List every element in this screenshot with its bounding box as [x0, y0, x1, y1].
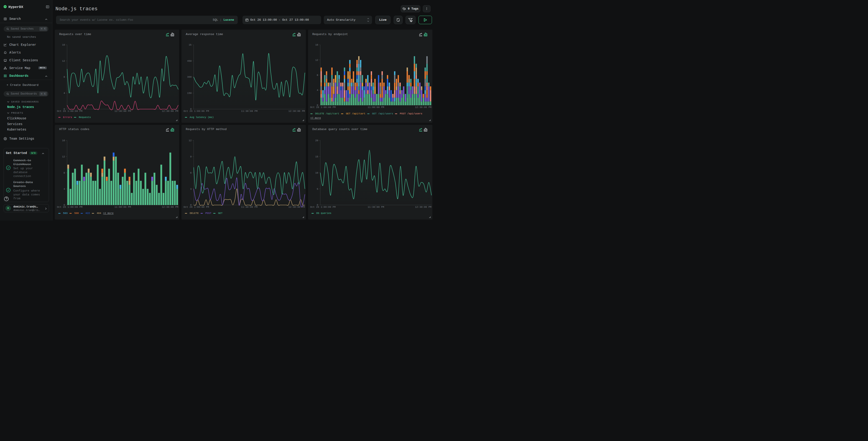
- svg-text:20: 20: [315, 139, 318, 142]
- svg-text:POST: POST: [206, 212, 212, 214]
- svg-text:11:30:00 PM: 11:30:00 PM: [368, 206, 384, 208]
- svg-text:300: 300: [187, 76, 192, 78]
- svg-text:16: 16: [315, 44, 318, 47]
- svg-text:10: 10: [315, 171, 318, 174]
- svg-text:11:00:00 PM: 11:00:00 PM: [115, 206, 131, 208]
- svg-text:Db queries: Db queries: [316, 212, 331, 214]
- svg-text:GET /api/cart: GET /api/cart: [346, 112, 366, 115]
- svg-text:11:30:00 PM: 11:30:00 PM: [241, 206, 258, 208]
- svg-text:16: 16: [62, 44, 65, 47]
- svg-text:1k: 1k: [189, 44, 192, 47]
- svg-text:12:30:00 PM: 12:30:00 PM: [288, 110, 305, 113]
- svg-text:12:30:00 PM: 12:30:00 PM: [162, 110, 179, 113]
- svg-text:404: 404: [97, 212, 101, 214]
- svg-text:9: 9: [190, 155, 192, 158]
- svg-text:DELETE: DELETE: [190, 212, 199, 214]
- svg-text:12:30:00 PM: 12:30:00 PM: [415, 106, 432, 109]
- svg-text:16: 16: [62, 139, 65, 142]
- svg-text:422: 422: [86, 212, 90, 214]
- svg-text:8: 8: [64, 171, 65, 174]
- svg-text:Oct 26 1:00:00 PM: Oct 26 1:00:00 PM: [184, 206, 209, 208]
- svg-text:12: 12: [315, 59, 318, 61]
- svg-text:6: 6: [190, 171, 192, 174]
- svg-text:Oct 26 1:00:00 PM: Oct 26 1:00:00 PM: [57, 206, 83, 208]
- svg-text:12: 12: [62, 155, 65, 158]
- svg-text:11:30:00 PM: 11:30:00 PM: [115, 110, 131, 113]
- svg-text:11:30:00 PM: 11:30:00 PM: [241, 110, 258, 113]
- svg-text:4: 4: [317, 89, 318, 92]
- svg-text:4: 4: [64, 187, 65, 190]
- svg-text:15: 15: [315, 155, 318, 158]
- svg-text:Oct 26 1:00:00 PM: Oct 26 1:00:00 PM: [310, 206, 336, 208]
- svg-text:150: 150: [187, 92, 192, 94]
- svg-text:+2 more: +2 more: [103, 212, 114, 214]
- svg-text:5: 5: [317, 187, 318, 190]
- svg-text:GET /api/users: GET /api/users: [372, 112, 393, 115]
- svg-text:GET: GET: [218, 212, 223, 214]
- svg-text:+7 more: +7 more: [310, 117, 321, 119]
- svg-text:503: 503: [63, 212, 68, 214]
- svg-text:DELETE /api/cart: DELETE /api/cart: [315, 112, 339, 115]
- svg-text:Avg latency (ms): Avg latency (ms): [190, 116, 214, 119]
- svg-text:8: 8: [317, 74, 318, 77]
- svg-text:Requests: Requests: [79, 116, 91, 119]
- svg-text:4: 4: [64, 92, 65, 94]
- svg-text:POST /api/users: POST /api/users: [400, 112, 423, 115]
- svg-text:Oct 26 1:00:00 PM: Oct 26 1:00:00 PM: [310, 106, 336, 109]
- svg-text:3: 3: [190, 187, 192, 190]
- svg-text:12: 12: [189, 139, 192, 142]
- svg-text:11:00:00 PM: 11:00:00 PM: [368, 106, 384, 109]
- svg-text:500: 500: [74, 212, 79, 214]
- svg-text:Errors: Errors: [63, 116, 72, 119]
- svg-text:Oct 26 1:00:00 PM: Oct 26 1:00:00 PM: [57, 110, 83, 113]
- svg-text:12:30:00 PM: 12:30:00 PM: [162, 206, 179, 208]
- svg-text:12: 12: [62, 60, 65, 62]
- svg-text:450: 450: [187, 60, 192, 62]
- svg-text:8: 8: [64, 76, 65, 78]
- svg-text:Oct 26 1:00:00 PM: Oct 26 1:00:00 PM: [184, 110, 209, 113]
- svg-text:12:30:00 PM: 12:30:00 PM: [415, 206, 432, 208]
